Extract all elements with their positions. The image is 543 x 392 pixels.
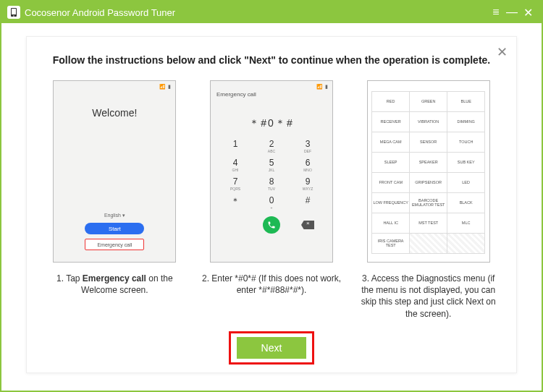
diag-cell: GRIPSENSOR xyxy=(409,172,447,193)
keypad-key: 9WXYZ xyxy=(290,176,326,191)
lock-phone-icon xyxy=(10,7,17,17)
menu-button[interactable]: ≡ xyxy=(488,4,504,20)
keypad-key: 2ABC xyxy=(253,139,290,153)
dial-actions xyxy=(217,216,326,234)
svg-point-2 xyxy=(13,15,14,17)
next-highlight: Next xyxy=(229,331,314,365)
diag-cell: SPEAKER xyxy=(409,152,447,173)
language-selector: English ▾ xyxy=(54,213,175,218)
diag-cell: MEGA CAM xyxy=(371,132,410,153)
instruction-panel: ✕ Follow the instructions below and clic… xyxy=(26,36,517,373)
diag-cell: DIMMING xyxy=(447,111,485,132)
keypad-key: 7PQRS xyxy=(217,176,253,191)
diag-cell xyxy=(409,233,447,254)
diag-cell: MLC xyxy=(447,213,485,234)
panel-close-icon[interactable]: ✕ xyxy=(497,44,508,60)
welcome-text: Welcome! xyxy=(54,107,175,119)
app-title: Cocosenor Android Password Tuner xyxy=(25,7,488,18)
statusbar-icons: 📶 ▮ xyxy=(159,84,171,90)
diag-cell: VIBRATION xyxy=(409,111,447,132)
diag-cell: BARCODE EMULATOR TEST xyxy=(409,192,447,213)
phone-dialer: 📶 ▮ Emergency call ＊#0＊# 12ABC3DEF4GHI5J… xyxy=(210,80,333,263)
backspace-icon xyxy=(301,221,314,229)
diag-cell: IRIS CAMERA TEST xyxy=(371,233,410,254)
content-area: ✕ Follow the instructions below and clic… xyxy=(1,23,542,391)
next-button[interactable]: Next xyxy=(237,337,306,359)
titlebar: Cocosenor Android Password Tuner ≡ — ✕ xyxy=(1,1,542,23)
keypad: 12ABC3DEF4GHI5JKL6MNO7PQRS8TUV9WXYZ＊0+# xyxy=(217,139,326,212)
diag-cell: FRONT CAM xyxy=(371,172,410,193)
diag-cell: LOW FREQUENCY xyxy=(371,192,410,213)
svg-rect-1 xyxy=(12,9,16,14)
keypad-key: 4GHI xyxy=(217,158,253,172)
signal-icon: 📶 xyxy=(159,84,166,90)
keypad-key: ＊ xyxy=(217,195,253,212)
app-window: Cocosenor Android Password Tuner ≡ — ✕ ✕… xyxy=(0,0,543,392)
close-button[interactable]: ✕ xyxy=(520,4,536,20)
diag-cell: RECEIVER xyxy=(371,111,410,132)
signal-icon: 📶 xyxy=(316,84,323,90)
diag-cell: RED xyxy=(371,91,410,112)
panel-headline: Follow the instructions below and click … xyxy=(43,54,500,66)
diag-cell: GREEN xyxy=(409,91,447,112)
battery-icon: ▮ xyxy=(325,84,328,90)
app-logo xyxy=(7,6,20,19)
keypad-key: 8TUV xyxy=(253,176,290,191)
diag-cell: BLACK xyxy=(447,192,485,213)
keypad-key: 3DEF xyxy=(290,139,326,153)
diag-cell: MST TEST xyxy=(409,213,447,234)
diag-cell: BLUE xyxy=(447,91,485,112)
diag-cell xyxy=(447,233,485,254)
keypad-key: 1 xyxy=(217,139,253,153)
keypad-key: 0+ xyxy=(253,195,290,212)
start-button: Start xyxy=(85,223,144,234)
step-3: REDGREENBLUERECEIVERVIBRATIONDIMMINGMEGA… xyxy=(356,80,500,320)
diag-cell: LED xyxy=(447,172,485,193)
step-2: 📶 ▮ Emergency call ＊#0＊# 12ABC3DEF4GHI5J… xyxy=(200,80,344,320)
steps-row: 📶 ▮ Welcome! English ▾ Start Emergency c… xyxy=(43,80,500,320)
diag-cell: SUB KEY xyxy=(447,152,485,173)
dial-string: ＊#0＊# xyxy=(211,117,332,130)
diagnostics-grid: REDGREENBLUERECEIVERVIBRATIONDIMMINGMEGA… xyxy=(372,91,485,253)
diag-cell: TOUCH xyxy=(447,132,485,153)
cap1-pre: 1. Tap xyxy=(56,273,83,284)
battery-icon: ▮ xyxy=(168,84,171,90)
step-1-caption: 1. Tap Emergency call on the Welcome scr… xyxy=(43,273,187,296)
call-icon xyxy=(263,216,280,234)
diag-cell: HALL IC xyxy=(371,213,410,234)
footer: Next xyxy=(43,331,500,365)
keypad-key: # xyxy=(290,195,326,212)
phone-welcome: 📶 ▮ Welcome! English ▾ Start Emergency c… xyxy=(53,80,176,263)
step-2-caption: 2. Enter *#0*# (If this does not work, e… xyxy=(200,273,344,296)
cap1-bold: Emergency call xyxy=(83,273,146,284)
keypad-key: 6MNO xyxy=(290,158,326,172)
keypad-key: 5JKL xyxy=(253,158,290,172)
emergency-call-button: Emergency call xyxy=(85,239,144,250)
step-1: 📶 ▮ Welcome! English ▾ Start Emergency c… xyxy=(43,80,187,320)
phone-diagnostics: REDGREENBLUERECEIVERVIBRATIONDIMMINGMEGA… xyxy=(367,80,490,263)
minimize-button[interactable]: — xyxy=(504,4,520,20)
statusbar-icons: 📶 ▮ xyxy=(316,84,328,90)
step-3-caption: 3. Access the Diagnostics menu (if the m… xyxy=(356,273,500,320)
emergency-call-label: Emergency call xyxy=(216,91,256,98)
diag-cell: SENSOR xyxy=(409,132,447,153)
diag-cell: SLEEP xyxy=(371,152,410,173)
